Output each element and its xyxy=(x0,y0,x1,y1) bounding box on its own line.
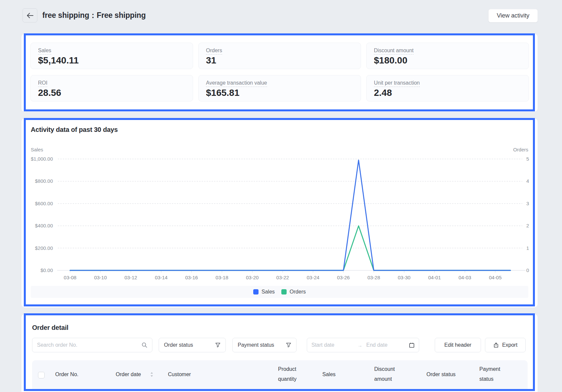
x-tick-label: 03-20 xyxy=(246,275,259,280)
search-order-input[interactable]: Search order No. xyxy=(32,338,152,352)
stat-card-sales: Sales$5,140.11 xyxy=(30,43,193,69)
view-activity-button[interactable]: View activity xyxy=(488,9,538,22)
right-tick-label: 3 xyxy=(526,201,529,206)
column-header-product-quantity[interactable]: Productquantity xyxy=(278,364,297,384)
x-tick-label: 04-03 xyxy=(459,275,471,280)
edit-header-button[interactable]: Edit header xyxy=(435,338,481,352)
left-tick-label: $800.00 xyxy=(35,178,53,184)
x-tick-label: 03-10 xyxy=(94,275,107,280)
order-detail-panel: Order detail Search order No. Order stat… xyxy=(21,314,538,392)
left-axis-title: Sales xyxy=(31,147,43,152)
orders-legend-swatch xyxy=(281,289,287,294)
back-button[interactable] xyxy=(22,8,37,22)
chart-panel: $1,000.00$800.00$600.00$400.00$200.00$0.… xyxy=(21,118,538,307)
payment-status-filter[interactable]: Payment status xyxy=(232,338,297,352)
column-header-order-status[interactable]: Order status xyxy=(426,370,456,379)
left-tick-label: $0.00 xyxy=(40,267,53,273)
order-status-filter[interactable]: Order status xyxy=(159,338,226,352)
series-line-orders xyxy=(70,226,510,270)
back-arrow-icon xyxy=(26,12,34,20)
column-header-order-date[interactable]: Order date xyxy=(116,370,141,379)
column-header-discount-amount[interactable]: Discountamount xyxy=(374,364,395,384)
x-tick-label: 03-16 xyxy=(185,275,198,280)
stat-card-value: 31 xyxy=(206,55,361,66)
x-tick-label: 04-05 xyxy=(489,275,502,280)
series-line-sales xyxy=(70,160,510,270)
column-header-sales[interactable]: Sales xyxy=(322,370,336,379)
sales-legend-swatch xyxy=(253,289,259,294)
left-tick-label: $1,000.00 xyxy=(31,156,53,162)
x-tick-label: 03-28 xyxy=(367,275,380,280)
orders-legend-label: Orders xyxy=(290,289,306,295)
date-range-arrow-icon: → xyxy=(357,342,366,348)
right-tick-label: 0 xyxy=(526,267,529,273)
order-table-header: Order No.Order dateCustomerProductquanti… xyxy=(32,360,528,390)
x-tick-label: 04-01 xyxy=(428,275,441,280)
right-tick-label: 2 xyxy=(526,223,529,228)
x-tick-label: 03-22 xyxy=(276,275,289,280)
end-date-placeholder: End date xyxy=(366,342,409,348)
search-placeholder: Search order No. xyxy=(37,342,77,348)
column-header-customer[interactable]: Customer xyxy=(168,370,191,379)
calendar-icon xyxy=(409,342,415,348)
right-tick-label: 1 xyxy=(526,245,529,251)
sales-legend-label: Sales xyxy=(261,289,275,295)
x-tick-label: 03-14 xyxy=(155,275,167,280)
filter-funnel-icon xyxy=(286,342,291,348)
legend-item-orders[interactable]: Orders xyxy=(281,289,306,295)
stat-card-label: Discount amount xyxy=(374,48,414,55)
x-tick-label: 03-08 xyxy=(64,275,76,280)
sort-icon[interactable] xyxy=(150,372,154,377)
right-tick-label: 4 xyxy=(526,178,529,184)
select-all-checkbox[interactable] xyxy=(38,372,45,378)
activity-chart: $1,000.00$800.00$600.00$400.00$200.00$0.… xyxy=(21,118,538,307)
x-tick-label: 03-12 xyxy=(125,275,137,280)
page-title: free shipping：Free shipping xyxy=(42,10,146,20)
right-axis-title: Orders xyxy=(513,147,528,152)
payment-status-filter-label: Payment status xyxy=(238,342,274,348)
order-status-filter-label: Order status xyxy=(164,342,193,348)
column-header-payment-status[interactable]: Paymentstatus xyxy=(479,364,500,384)
legend-item-sales[interactable]: Sales xyxy=(253,289,275,295)
stat-card-unit-per-transaction: Unit per transaction2.48 xyxy=(366,75,529,101)
order-detail-title: Order detail xyxy=(32,324,68,332)
stat-card-value: $5,140.11 xyxy=(38,55,193,66)
date-range-picker[interactable]: Start date → End date xyxy=(307,338,419,352)
left-tick-label: $200.00 xyxy=(35,245,53,251)
stat-card-label: Orders xyxy=(206,48,222,55)
export-icon xyxy=(493,342,499,348)
stat-card-discount-amount: Discount amount$180.00 xyxy=(366,43,529,69)
chart-title: Activity data of past 30 days xyxy=(31,126,118,134)
stat-card-value: $180.00 xyxy=(374,55,529,66)
left-tick-label: $400.00 xyxy=(35,223,53,228)
stat-card-label: ROI xyxy=(38,80,47,87)
page: free shipping：Free shipping View activit… xyxy=(0,0,562,392)
filter-funnel-icon xyxy=(215,342,221,348)
column-header-order-no-[interactable]: Order No. xyxy=(55,370,78,379)
edit-header-label: Edit header xyxy=(444,342,471,348)
x-tick-label: 03-30 xyxy=(398,275,410,280)
export-button[interactable]: Export xyxy=(485,338,526,352)
stat-card-label: Unit per transaction xyxy=(374,80,420,87)
search-icon xyxy=(141,342,147,348)
stat-card-roi: ROI28.56 xyxy=(30,75,193,101)
start-date-placeholder: Start date xyxy=(311,342,357,348)
x-tick-label: 03-26 xyxy=(337,275,350,280)
stat-card-average-transaction-value: Average transaction value$165.81 xyxy=(198,75,361,101)
stat-card-orders: Orders31 xyxy=(198,43,361,69)
stat-card-value: $165.81 xyxy=(206,88,361,98)
stat-card-label: Sales xyxy=(38,48,51,55)
stat-card-label: Average transaction value xyxy=(206,80,267,87)
left-tick-label: $600.00 xyxy=(35,201,53,206)
stat-card-value: 2.48 xyxy=(374,88,529,98)
stat-card-value: 28.56 xyxy=(38,88,193,98)
x-tick-label: 03-18 xyxy=(216,275,228,280)
right-tick-label: 5 xyxy=(526,156,529,162)
export-label: Export xyxy=(502,342,517,348)
chart-legend: Sales Orders xyxy=(31,286,528,298)
x-tick-label: 03-24 xyxy=(307,275,319,280)
